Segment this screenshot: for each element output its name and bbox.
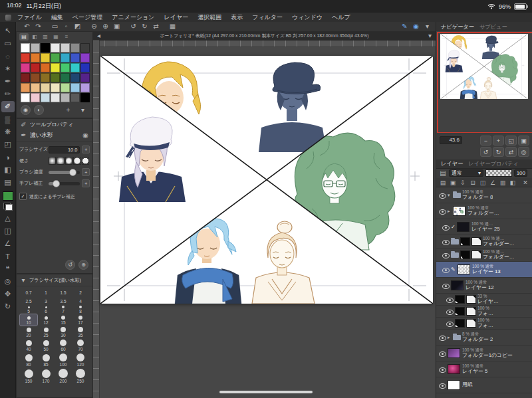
color-swatch[interactable] bbox=[41, 53, 50, 62]
layer-opacity-value[interactable]: 100 bbox=[514, 169, 527, 177]
color-swatch[interactable] bbox=[21, 43, 30, 52]
brush-size-option[interactable]: 200 bbox=[55, 367, 72, 384]
layer-visibility-icon[interactable] bbox=[446, 320, 454, 327]
layer-row[interactable]: 100 % 通…フォルダー… bbox=[436, 235, 532, 249]
zoom-in-icon[interactable]: ⊕ bbox=[100, 23, 111, 31]
onion-skin-icon[interactable]: ▥ bbox=[498, 179, 507, 187]
color-mixer-icon[interactable]: ◐ bbox=[34, 105, 44, 115]
layer-visibility-icon[interactable] bbox=[438, 334, 446, 341]
brush-size-option[interactable]: 35 bbox=[72, 326, 89, 338]
color-swatch[interactable] bbox=[51, 93, 60, 102]
stabilize-add-button[interactable]: + bbox=[82, 179, 90, 187]
brush-size-option[interactable]: 5 bbox=[20, 304, 37, 314]
folder-expand-icon[interactable]: ▸ bbox=[448, 335, 453, 340]
undo-icon[interactable]: ↶ bbox=[21, 23, 33, 31]
decoration-tool-icon[interactable]: ❋ bbox=[1, 126, 15, 138]
color-swatch[interactable] bbox=[31, 93, 40, 102]
pen-mode-icon[interactable]: ✎ bbox=[399, 23, 410, 31]
color-swatch[interactable] bbox=[70, 53, 80, 62]
color-swatch[interactable] bbox=[80, 93, 90, 102]
brush-size-option[interactable]: 100 bbox=[55, 352, 72, 367]
color-set-tab-icon[interactable]: ▤ bbox=[19, 33, 29, 41]
color-swatch[interactable] bbox=[51, 43, 60, 52]
brush-size-option[interactable]: 8 bbox=[72, 304, 89, 314]
brush-size-option[interactable]: 70 bbox=[72, 338, 89, 352]
nav-zoom-out-button[interactable]: − bbox=[480, 136, 491, 146]
layer-row[interactable]: 100 % 通常レイヤー 5 bbox=[436, 361, 532, 377]
nav-rotate-left-button[interactable]: ↺ bbox=[480, 147, 491, 157]
navigator-view-frame[interactable] bbox=[437, 32, 532, 133]
flip-horizontal-icon[interactable]: ⇄ bbox=[150, 23, 162, 31]
menu-window[interactable]: ウィンドウ bbox=[292, 13, 323, 22]
color-wheel-icon[interactable]: ◉ bbox=[21, 105, 31, 115]
color-swatch[interactable] bbox=[61, 63, 70, 72]
create-mask-icon[interactable]: ◫ bbox=[478, 179, 487, 187]
select-rect-icon[interactable]: ▭ bbox=[49, 23, 61, 31]
text-tool-icon[interactable]: T bbox=[1, 250, 15, 262]
stabilize-slider[interactable] bbox=[49, 182, 80, 185]
nav-fit-button[interactable]: ◱ bbox=[505, 136, 517, 146]
redo-icon[interactable]: ↷ bbox=[33, 23, 44, 31]
layer-row[interactable]: ✓ 100 % 通…レイヤー 25 bbox=[436, 219, 532, 235]
layer-check-icon[interactable]: ✓ bbox=[451, 224, 457, 230]
nav-rotate-right-button[interactable]: ↻ bbox=[493, 147, 504, 157]
layer-row[interactable]: ▸ 100 % 通常フォルダー… bbox=[436, 203, 532, 219]
layer-visibility-icon[interactable] bbox=[438, 366, 446, 373]
menu-view[interactable]: 表示 bbox=[231, 13, 243, 22]
hand-tool-icon[interactable]: ✥ bbox=[1, 288, 15, 300]
color-swatch[interactable] bbox=[80, 63, 90, 72]
layer-property-tab[interactable]: レイヤープロパティ bbox=[468, 160, 518, 167]
brush-size-slider[interactable]: 10.0 bbox=[49, 146, 80, 153]
menu-file[interactable]: ファイル bbox=[17, 13, 42, 22]
brush-size-option[interactable]: 30 bbox=[55, 326, 72, 338]
hardness-step-1[interactable] bbox=[49, 157, 56, 165]
fit-screen-icon[interactable]: ▣ bbox=[111, 23, 122, 31]
brush-size-option[interactable]: 6 bbox=[37, 304, 55, 314]
layer-visibility-icon[interactable] bbox=[446, 308, 454, 315]
color-swatch[interactable] bbox=[31, 83, 40, 92]
color-swatch[interactable] bbox=[70, 73, 80, 82]
color-swatch[interactable] bbox=[70, 83, 80, 92]
color-swatch[interactable] bbox=[51, 63, 60, 72]
brush-size-option[interactable]: 250 bbox=[72, 367, 89, 384]
brush-size-option[interactable]: 1.5 bbox=[55, 287, 72, 296]
blend-mode-select[interactable]: 通常▾ bbox=[449, 169, 483, 177]
eyedropper-tool-icon[interactable]: ◎ bbox=[1, 276, 15, 287]
brush-size-option-selected[interactable]: 10 bbox=[20, 314, 37, 326]
color-swatch[interactable] bbox=[80, 43, 90, 52]
color-swatch[interactable] bbox=[80, 53, 90, 62]
layer-row[interactable]: 100 % 通常レイヤー 12 bbox=[436, 278, 532, 294]
color-swatch[interactable] bbox=[51, 53, 60, 62]
brush-size-option[interactable]: 15 bbox=[55, 314, 72, 326]
brush-size-option[interactable]: 3.5 bbox=[55, 296, 72, 304]
navigator-tab[interactable]: ナビゲーター bbox=[441, 23, 474, 31]
color-swatch[interactable] bbox=[21, 53, 30, 62]
figure-tool-icon[interactable]: △ bbox=[1, 213, 15, 224]
brush-size-option[interactable]: 80 bbox=[20, 352, 37, 367]
color-menu-tab-icon[interactable]: ≡ bbox=[62, 33, 71, 41]
zoom-value[interactable]: 43.6 bbox=[440, 136, 462, 144]
move-tool-icon[interactable]: ↖ bbox=[1, 25, 15, 37]
pencil-tool-icon[interactable]: ✏ bbox=[1, 88, 15, 100]
doc-menu-icon[interactable]: ▾ bbox=[424, 32, 436, 41]
ruler-tool-icon[interactable]: ∠ bbox=[1, 238, 15, 249]
wand-tool-icon[interactable]: ✶ bbox=[1, 63, 15, 74]
density-add-button[interactable]: + bbox=[82, 168, 90, 176]
brush-size-option[interactable]: 40 bbox=[20, 338, 37, 352]
layer-row[interactable]: 用紙 bbox=[436, 377, 532, 393]
rotate-left-icon[interactable]: ↺ bbox=[128, 23, 139, 31]
hardness-step-2[interactable] bbox=[57, 157, 64, 165]
brush-size-option[interactable]: 4 bbox=[72, 296, 89, 304]
color-swatch[interactable] bbox=[80, 83, 90, 92]
color-swatch[interactable] bbox=[41, 43, 50, 52]
brush-size-option[interactable]: 60 bbox=[55, 338, 72, 352]
pen-tool-icon[interactable]: ✒ bbox=[1, 76, 15, 87]
gradient-tool-icon[interactable]: ▤ bbox=[1, 177, 15, 188]
register-tool-property-icon[interactable]: ⊕ bbox=[78, 260, 88, 270]
hardness-step-4[interactable] bbox=[73, 157, 80, 165]
layer-row[interactable]: ▾ 100 % 通常フォルダー 8 bbox=[436, 187, 532, 203]
menu-layer[interactable]: レイヤー bbox=[164, 13, 189, 22]
brush-size-option[interactable]: 85 bbox=[37, 352, 55, 367]
color-swatch[interactable] bbox=[41, 63, 50, 72]
menu-page-manage[interactable]: ページ管理 bbox=[72, 13, 102, 22]
